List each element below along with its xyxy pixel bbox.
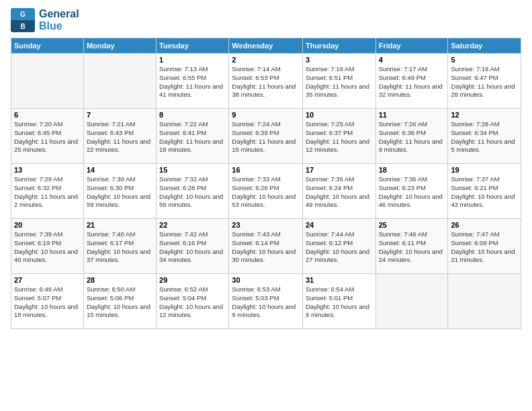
day-number: 4 bbox=[379, 56, 445, 64]
header-row: SundayMondayTuesdayWednesdayThursdayFrid… bbox=[11, 38, 521, 54]
day-number: 5 bbox=[451, 56, 518, 64]
day-number: 18 bbox=[379, 166, 445, 174]
day-info: Sunrise: 7:16 AMSunset: 6:51 PMDaylight:… bbox=[306, 65, 373, 99]
day-cell: 6Sunrise: 7:20 AMSunset: 6:45 PMDaylight… bbox=[11, 109, 84, 164]
logo-blue: Blue bbox=[39, 20, 79, 32]
day-cell: 11Sunrise: 7:26 AMSunset: 6:36 PMDayligh… bbox=[375, 109, 448, 164]
day-info: Sunrise: 7:47 AMSunset: 6:09 PMDaylight:… bbox=[451, 230, 518, 265]
logo-icon: G B bbox=[11, 8, 35, 32]
day-number: 8 bbox=[159, 111, 226, 119]
logo: G B General Blue bbox=[11, 8, 79, 32]
day-number: 15 bbox=[159, 166, 226, 174]
day-cell: 14Sunrise: 7:30 AMSunset: 6:30 PMDayligh… bbox=[83, 164, 156, 219]
day-cell bbox=[11, 54, 84, 109]
day-cell: 13Sunrise: 7:29 AMSunset: 6:32 PMDayligh… bbox=[11, 164, 84, 219]
day-info: Sunrise: 7:21 AMSunset: 6:43 PMDaylight:… bbox=[87, 120, 153, 154]
day-cell: 10Sunrise: 7:25 AMSunset: 6:37 PMDayligh… bbox=[302, 109, 375, 164]
day-cell: 27Sunrise: 6:49 AMSunset: 5:07 PMDayligh… bbox=[11, 274, 84, 329]
day-info: Sunrise: 7:40 AMSunset: 6:17 PMDaylight:… bbox=[87, 230, 153, 265]
day-cell: 28Sunrise: 6:50 AMSunset: 5:06 PMDayligh… bbox=[83, 274, 156, 329]
page: G B General Blue SundayMondayTuesdayWedn… bbox=[0, 0, 532, 337]
day-info: Sunrise: 7:44 AMSunset: 6:12 PMDaylight:… bbox=[306, 230, 373, 265]
day-info: Sunrise: 7:43 AMSunset: 6:14 PMDaylight:… bbox=[232, 230, 300, 265]
day-info: Sunrise: 6:53 AMSunset: 5:03 PMDaylight:… bbox=[232, 285, 300, 320]
day-number: 25 bbox=[379, 221, 445, 229]
day-info: Sunrise: 6:50 AMSunset: 5:06 PMDaylight:… bbox=[87, 285, 153, 320]
day-number: 2 bbox=[232, 56, 300, 64]
day-number: 11 bbox=[379, 111, 445, 119]
col-header-thursday: Thursday bbox=[302, 38, 375, 54]
day-number: 6 bbox=[14, 111, 81, 119]
day-info: Sunrise: 7:18 AMSunset: 6:47 PMDaylight:… bbox=[451, 65, 518, 99]
day-cell: 30Sunrise: 6:53 AMSunset: 5:03 PMDayligh… bbox=[229, 274, 303, 329]
day-info: Sunrise: 7:37 AMSunset: 6:21 PMDaylight:… bbox=[451, 175, 518, 210]
day-number: 1 bbox=[159, 56, 226, 64]
header: G B General Blue bbox=[11, 8, 521, 32]
day-cell: 2Sunrise: 7:14 AMSunset: 6:53 PMDaylight… bbox=[229, 54, 303, 109]
day-info: Sunrise: 7:26 AMSunset: 6:36 PMDaylight:… bbox=[379, 120, 445, 154]
day-cell: 5Sunrise: 7:18 AMSunset: 6:47 PMDaylight… bbox=[448, 54, 521, 109]
day-number: 30 bbox=[232, 276, 300, 284]
day-info: Sunrise: 7:36 AMSunset: 6:23 PMDaylight:… bbox=[379, 175, 445, 210]
day-cell: 18Sunrise: 7:36 AMSunset: 6:23 PMDayligh… bbox=[375, 164, 448, 219]
day-number: 9 bbox=[232, 111, 300, 119]
week-row-3: 13Sunrise: 7:29 AMSunset: 6:32 PMDayligh… bbox=[11, 164, 521, 219]
day-info: Sunrise: 7:46 AMSunset: 6:11 PMDaylight:… bbox=[379, 230, 445, 265]
day-cell: 24Sunrise: 7:44 AMSunset: 6:12 PMDayligh… bbox=[302, 219, 375, 274]
day-number: 3 bbox=[306, 56, 373, 64]
day-number: 29 bbox=[159, 276, 226, 284]
day-info: Sunrise: 7:35 AMSunset: 6:24 PMDaylight:… bbox=[306, 175, 373, 210]
day-info: Sunrise: 7:42 AMSunset: 6:16 PMDaylight:… bbox=[159, 230, 226, 265]
day-cell: 25Sunrise: 7:46 AMSunset: 6:11 PMDayligh… bbox=[375, 219, 448, 274]
day-info: Sunrise: 6:49 AMSunset: 5:07 PMDaylight:… bbox=[14, 285, 81, 320]
day-cell: 3Sunrise: 7:16 AMSunset: 6:51 PMDaylight… bbox=[302, 54, 375, 109]
day-cell: 1Sunrise: 7:13 AMSunset: 6:55 PMDaylight… bbox=[157, 54, 229, 109]
day-info: Sunrise: 7:14 AMSunset: 6:53 PMDaylight:… bbox=[232, 65, 300, 99]
day-info: Sunrise: 7:25 AMSunset: 6:37 PMDaylight:… bbox=[306, 120, 373, 154]
day-cell: 8Sunrise: 7:22 AMSunset: 6:41 PMDaylight… bbox=[157, 109, 229, 164]
day-info: Sunrise: 7:17 AMSunset: 6:49 PMDaylight:… bbox=[379, 65, 445, 99]
day-number: 19 bbox=[451, 166, 518, 174]
week-row-1: 1Sunrise: 7:13 AMSunset: 6:55 PMDaylight… bbox=[11, 54, 521, 109]
day-cell bbox=[375, 274, 448, 329]
day-cell: 19Sunrise: 7:37 AMSunset: 6:21 PMDayligh… bbox=[448, 164, 521, 219]
day-number: 23 bbox=[232, 221, 300, 229]
col-header-tuesday: Tuesday bbox=[157, 38, 229, 54]
day-info: Sunrise: 7:39 AMSunset: 6:19 PMDaylight:… bbox=[14, 230, 81, 265]
day-info: Sunrise: 7:33 AMSunset: 6:26 PMDaylight:… bbox=[232, 175, 300, 210]
day-info: Sunrise: 7:30 AMSunset: 6:30 PMDaylight:… bbox=[87, 175, 153, 210]
logo-general: General bbox=[39, 8, 79, 20]
day-number: 16 bbox=[232, 166, 300, 174]
week-row-2: 6Sunrise: 7:20 AMSunset: 6:45 PMDaylight… bbox=[11, 109, 521, 164]
day-number: 24 bbox=[306, 221, 373, 229]
col-header-friday: Friday bbox=[375, 38, 448, 54]
day-number: 31 bbox=[306, 276, 373, 284]
day-cell: 29Sunrise: 6:52 AMSunset: 5:04 PMDayligh… bbox=[157, 274, 229, 329]
col-header-wednesday: Wednesday bbox=[229, 38, 303, 54]
day-cell: 22Sunrise: 7:42 AMSunset: 6:16 PMDayligh… bbox=[157, 219, 229, 274]
day-info: Sunrise: 7:29 AMSunset: 6:32 PMDaylight:… bbox=[14, 175, 81, 210]
day-cell bbox=[448, 274, 521, 329]
week-row-4: 20Sunrise: 7:39 AMSunset: 6:19 PMDayligh… bbox=[11, 219, 521, 274]
day-info: Sunrise: 7:13 AMSunset: 6:55 PMDaylight:… bbox=[159, 65, 226, 99]
day-number: 27 bbox=[14, 276, 81, 284]
day-info: Sunrise: 7:20 AMSunset: 6:45 PMDaylight:… bbox=[14, 120, 81, 154]
day-cell: 15Sunrise: 7:32 AMSunset: 6:28 PMDayligh… bbox=[157, 164, 229, 219]
day-cell: 9Sunrise: 7:24 AMSunset: 6:39 PMDaylight… bbox=[229, 109, 303, 164]
col-header-saturday: Saturday bbox=[448, 38, 521, 54]
logo-container: G B General Blue bbox=[11, 8, 79, 32]
day-cell bbox=[83, 54, 156, 109]
day-number: 7 bbox=[87, 111, 153, 119]
day-cell: 20Sunrise: 7:39 AMSunset: 6:19 PMDayligh… bbox=[11, 219, 84, 274]
day-info: Sunrise: 7:32 AMSunset: 6:28 PMDaylight:… bbox=[159, 175, 226, 210]
day-cell: 21Sunrise: 7:40 AMSunset: 6:17 PMDayligh… bbox=[83, 219, 156, 274]
day-number: 14 bbox=[87, 166, 153, 174]
day-cell: 4Sunrise: 7:17 AMSunset: 6:49 PMDaylight… bbox=[375, 54, 448, 109]
day-info: Sunrise: 7:28 AMSunset: 6:34 PMDaylight:… bbox=[451, 120, 518, 154]
day-number: 28 bbox=[87, 276, 153, 284]
day-number: 20 bbox=[14, 221, 81, 229]
week-row-5: 27Sunrise: 6:49 AMSunset: 5:07 PMDayligh… bbox=[11, 274, 521, 329]
day-number: 17 bbox=[306, 166, 373, 174]
day-cell: 31Sunrise: 6:54 AMSunset: 5:01 PMDayligh… bbox=[302, 274, 375, 329]
col-header-monday: Monday bbox=[83, 38, 156, 54]
